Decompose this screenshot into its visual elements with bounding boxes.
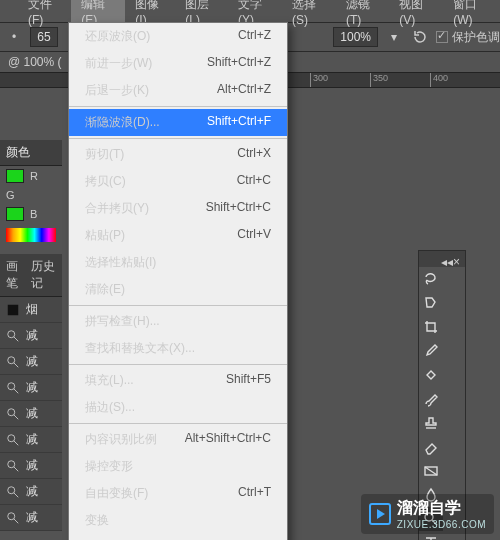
menu-item[interactable]: 内容识别比例Alt+Shift+Ctrl+C (69, 426, 287, 453)
ruler-tick: 350 (370, 73, 388, 88)
menu-item[interactable]: 后退一步(K)Alt+Ctrl+Z (69, 77, 287, 104)
lasso-poly-tool[interactable] (419, 291, 443, 315)
history-item[interactable]: 减 (0, 505, 62, 531)
magnifier-icon (6, 485, 20, 499)
magnifier-icon (6, 355, 20, 369)
play-icon (369, 503, 391, 525)
watermark-sub: ZIXUE.3D66.COM (397, 519, 486, 530)
history-item[interactable]: 烟 (0, 297, 62, 323)
menu-item[interactable]: 操控变形 (69, 453, 287, 480)
magnifier-icon (6, 433, 20, 447)
history-item[interactable]: 减 (0, 453, 62, 479)
stamp-tool[interactable] (419, 411, 443, 435)
eraser-tool[interactable] (419, 435, 443, 459)
zoom-field[interactable]: 100% (333, 27, 378, 47)
menu-item: 自动对齐图层... (69, 534, 287, 540)
left-panels: 颜色 R G B 画笔历史记 烟减减减减减减减减 (0, 140, 62, 531)
menu-item: 查找和替换文本(X)... (69, 335, 287, 362)
gradient-tool[interactable] (419, 459, 443, 483)
menu-item[interactable]: 描边(S)... (69, 394, 287, 421)
svg-rect-0 (8, 304, 19, 315)
b-label: B (30, 208, 37, 220)
brush-size-field[interactable]: 65 (30, 27, 58, 47)
brush-tool[interactable] (419, 387, 443, 411)
lasso-tool[interactable] (419, 267, 443, 291)
svg-point-1 (8, 330, 15, 337)
color-spectrum[interactable] (6, 228, 56, 242)
color-panel-title: 颜色 (0, 140, 62, 166)
menu-item[interactable]: 剪切(T)Ctrl+X (69, 141, 287, 168)
svg-line-4 (14, 362, 18, 366)
g-label: G (6, 189, 15, 201)
magnifier-icon (6, 407, 20, 421)
watermark-text: 溜溜自学 (397, 498, 486, 519)
magnifier-icon (6, 511, 20, 525)
menu-item[interactable]: 前进一步(W)Shift+Ctrl+Z (69, 50, 287, 77)
brush-history-header: 画笔历史记 (0, 254, 62, 297)
svg-line-8 (14, 414, 18, 418)
menu-窗口[interactable]: 窗口(W) (443, 0, 500, 30)
chevron-down-icon[interactable]: ▾ (384, 27, 404, 47)
menu-item: 拼写检查(H)... (69, 308, 287, 335)
preserve-tone-checkbox[interactable]: 保护色调 (436, 29, 500, 46)
swatch-background[interactable] (6, 207, 24, 221)
menu-item[interactable]: 粘贴(P)Ctrl+V (69, 222, 287, 249)
thumbnail-icon (6, 303, 20, 317)
tools-panel-header: ◂◂ × (419, 251, 465, 267)
menu-item[interactable]: 填充(L)...Shift+F5 (69, 367, 287, 394)
menu-item[interactable]: 拷贝(C)Ctrl+C (69, 168, 287, 195)
magnifier-icon (6, 381, 20, 395)
magnifier-icon (6, 329, 20, 343)
reset-icon[interactable] (410, 27, 430, 47)
menu-item[interactable]: 选择性粘贴(I) (69, 249, 287, 276)
history-item[interactable]: 减 (0, 401, 62, 427)
svg-line-12 (14, 466, 18, 470)
brush-icon: • (4, 27, 24, 47)
ruler-tick: 300 (310, 73, 328, 88)
svg-point-7 (8, 408, 15, 415)
watermark: 溜溜自学 ZIXUE.3D66.COM (361, 494, 494, 534)
history-item[interactable]: 减 (0, 427, 62, 453)
magnifier-icon (6, 459, 20, 473)
history-item[interactable]: 减 (0, 349, 62, 375)
menu-item: 清除(E) (69, 276, 287, 303)
history-list: 烟减减减减减减减减 (0, 297, 62, 531)
menu-item[interactable]: 自由变换(F)Ctrl+T (69, 480, 287, 507)
r-label: R (30, 170, 38, 182)
heal-tool[interactable] (419, 363, 443, 387)
menu-item[interactable]: 变换 (69, 507, 287, 534)
svg-line-14 (14, 492, 18, 496)
history-item[interactable]: 减 (0, 479, 62, 505)
menubar: 文件(F)编辑(E)图像(I)图层(L)文字(Y)选择(S)滤镜(T)视图(V)… (0, 0, 500, 22)
menu-item[interactable]: 还原波浪(O)Ctrl+Z (69, 23, 287, 50)
svg-point-9 (8, 434, 15, 441)
menu-视图[interactable]: 视图(V) (389, 0, 443, 30)
menu-选择[interactable]: 选择(S) (282, 0, 336, 30)
eyedropper-tool[interactable] (419, 339, 443, 363)
svg-point-15 (8, 512, 15, 519)
svg-line-10 (14, 440, 18, 444)
svg-line-6 (14, 388, 18, 392)
history-item[interactable]: 减 (0, 375, 62, 401)
svg-point-3 (8, 356, 15, 363)
svg-line-2 (14, 336, 18, 340)
ruler-tick: 400 (430, 73, 448, 88)
menu-滤镜[interactable]: 滤镜(T) (336, 0, 389, 30)
crop-tool[interactable] (419, 315, 443, 339)
svg-line-16 (14, 518, 18, 522)
edit-menu-dropdown: 还原波浪(O)Ctrl+Z前进一步(W)Shift+Ctrl+Z后退一步(K)A… (68, 22, 288, 540)
swatch-foreground[interactable] (6, 169, 24, 183)
svg-point-13 (8, 486, 15, 493)
menu-文件[interactable]: 文件(F) (18, 0, 71, 30)
minimize-icon[interactable]: ◂◂ (441, 255, 449, 263)
menu-item[interactable]: 渐隐波浪(D)...Shift+Ctrl+F (69, 109, 287, 136)
menu-item[interactable]: 合并拷贝(Y)Shift+Ctrl+C (69, 195, 287, 222)
svg-point-11 (8, 460, 15, 467)
svg-point-5 (8, 382, 15, 389)
close-icon[interactable]: × (453, 255, 461, 263)
history-item[interactable]: 减 (0, 323, 62, 349)
